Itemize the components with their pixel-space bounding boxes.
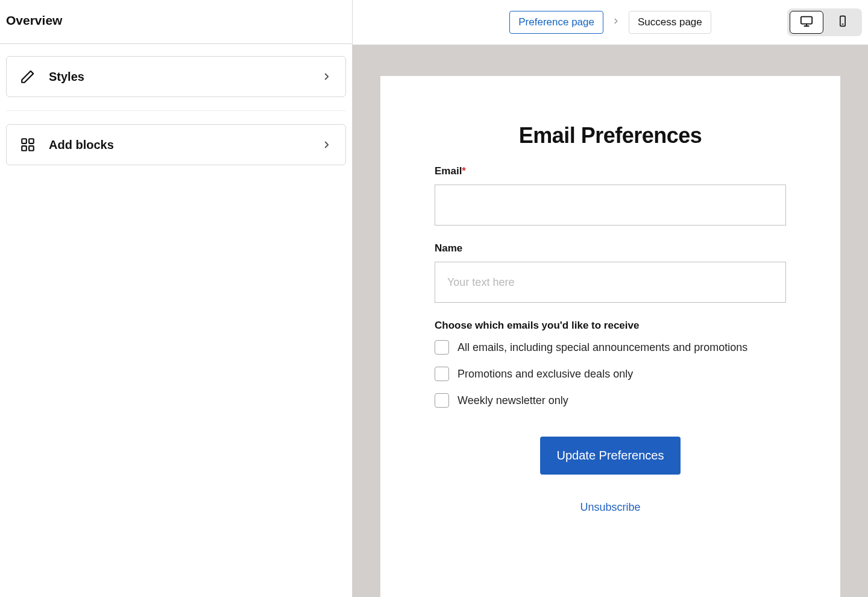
sidebar-item-styles[interactable]: Styles (6, 56, 346, 97)
device-desktop-button[interactable] (790, 11, 823, 34)
svg-rect-7 (840, 16, 845, 27)
breadcrumb: Preference page Success page (509, 11, 711, 34)
unsubscribe-link[interactable]: Unsubscribe (580, 501, 640, 513)
option-label: All emails, including special announceme… (458, 341, 747, 354)
sidebar-item-label: Add blocks (49, 138, 308, 152)
divider (6, 110, 346, 111)
desktop-icon (800, 14, 813, 30)
option-label: Weekly newsletter only (458, 394, 568, 407)
pencil-icon (20, 69, 36, 84)
name-label: Name (435, 242, 786, 254)
svg-rect-0 (22, 139, 27, 144)
email-label: Email* (435, 165, 786, 177)
checkbox-promotions[interactable] (435, 367, 449, 381)
field-name: Name (435, 242, 786, 303)
mobile-icon (837, 15, 849, 30)
device-mobile-button[interactable] (826, 11, 860, 34)
page-title: Email Preferences (435, 123, 786, 148)
option-label: Promotions and exclusive deals only (458, 368, 633, 381)
checkbox-newsletter[interactable] (435, 393, 449, 408)
sidebar: Overview Styles (0, 0, 353, 597)
options-heading: Choose which emails you'd like to receiv… (435, 320, 786, 332)
device-switch (787, 8, 862, 36)
svg-rect-1 (29, 139, 34, 144)
unsubscribe-row: Unsubscribe (435, 501, 786, 514)
chevron-right-icon (612, 17, 620, 28)
checkbox-all-emails[interactable] (435, 340, 449, 355)
update-preferences-button[interactable]: Update Preferences (540, 437, 681, 475)
preview-area: Preference page Success page (353, 0, 868, 597)
sidebar-item-label: Styles (49, 70, 308, 84)
chevron-right-icon (321, 139, 332, 150)
svg-rect-4 (801, 17, 812, 24)
required-mark: * (462, 165, 466, 177)
svg-rect-2 (22, 146, 27, 151)
name-input[interactable] (435, 262, 786, 303)
crumb-success-page[interactable]: Success page (629, 11, 711, 34)
sidebar-title: Overview (0, 0, 352, 44)
option-row: Weekly newsletter only (435, 393, 786, 408)
preview-canvas: Email Preferences Email* Name Choose whi… (353, 45, 868, 597)
email-label-text: Email (435, 165, 462, 177)
preview-page: Email Preferences Email* Name Choose whi… (380, 76, 840, 597)
chevron-right-icon (321, 71, 332, 82)
sidebar-body: Styles Add blocks (0, 44, 352, 177)
option-row: Promotions and exclusive deals only (435, 367, 786, 381)
submit-row: Update Preferences (435, 437, 786, 475)
option-row: All emails, including special announceme… (435, 340, 786, 355)
preferences-form: Email* Name Choose which emails you'd li… (435, 165, 786, 514)
blocks-icon (20, 137, 36, 153)
email-input[interactable] (435, 185, 786, 226)
preview-toolbar: Preference page Success page (353, 0, 868, 45)
crumb-preference-page[interactable]: Preference page (509, 11, 603, 34)
field-email: Email* (435, 165, 786, 226)
sidebar-item-add-blocks[interactable]: Add blocks (6, 124, 346, 165)
svg-rect-3 (29, 146, 34, 151)
